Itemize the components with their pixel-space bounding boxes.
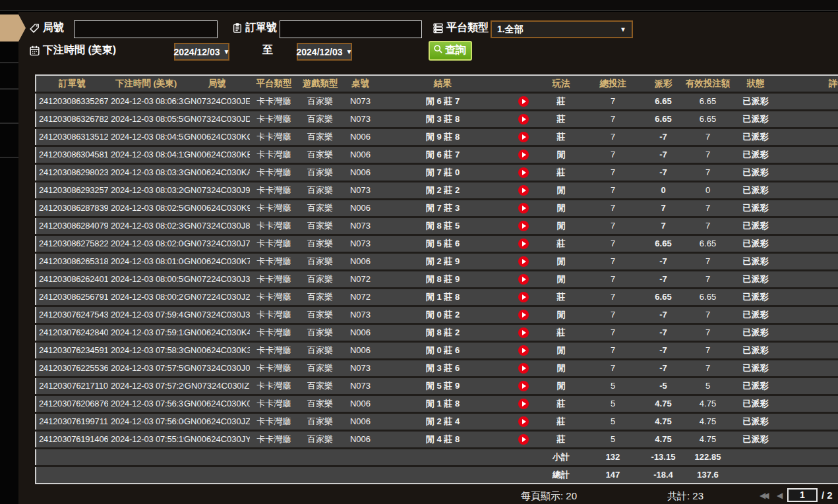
platform-type-value: 1.全部 xyxy=(497,24,524,36)
table-row: 2412030762171102024-12-03 07:57:20GN0732… xyxy=(36,377,838,395)
cell-order: 241203086256791 xyxy=(36,288,108,306)
cell-replay xyxy=(507,306,540,323)
replay-play-icon[interactable] xyxy=(518,238,529,249)
cell-payout: 6.65 xyxy=(643,92,683,110)
cell-status: 已派彩 xyxy=(733,430,779,448)
replay-play-icon[interactable] xyxy=(518,256,529,267)
cell-status: 已派彩 xyxy=(733,306,779,323)
cell-total_bet: 5 xyxy=(582,430,643,448)
cell-game_type: 百家樂 xyxy=(298,128,342,146)
cell-round: GN00624C030K7 xyxy=(184,252,250,270)
replay-play-icon[interactable] xyxy=(518,114,529,125)
cell-order: 241203076242840 xyxy=(36,323,108,341)
cell-status: 已派彩 xyxy=(733,146,779,163)
round-number-input[interactable] xyxy=(74,20,218,38)
cell-total_bet: 7 xyxy=(582,306,643,323)
prev-page-icon[interactable]: ◀ xyxy=(777,491,783,500)
platform-type-label-group: 平台類型 xyxy=(433,21,489,35)
page-number-input[interactable]: 1 xyxy=(787,488,818,502)
cell-total_bet: 7 xyxy=(582,110,643,128)
sidebar-segment[interactable] xyxy=(0,90,18,124)
replay-play-icon[interactable] xyxy=(518,132,529,142)
cell-total_bet: 7 xyxy=(582,146,643,163)
replay-play-icon[interactable] xyxy=(518,292,529,302)
cell-table_no: N006 xyxy=(342,128,378,146)
page-count-suffix: / 2 xyxy=(822,490,833,501)
replay-play-icon[interactable] xyxy=(518,185,529,196)
replay-play-icon[interactable] xyxy=(518,167,529,178)
cell-game_type: 百家樂 xyxy=(298,412,342,430)
cell-order: 241203086304581 xyxy=(36,146,108,163)
cell-replay xyxy=(507,395,540,412)
cell-replay xyxy=(507,288,540,306)
sidebar-segment[interactable] xyxy=(0,63,18,90)
cell-valid_bet: 6.65 xyxy=(683,92,733,110)
cell-time: 2024-12-03 08:02:56 xyxy=(108,199,184,217)
search-button[interactable]: 查詢 xyxy=(429,41,472,61)
date-to-picker[interactable]: 2024/12/03 ▼ xyxy=(297,43,352,61)
cell-extra xyxy=(779,146,838,163)
cell-replay xyxy=(507,430,540,448)
cell-status: 已派彩 xyxy=(733,341,779,359)
grand-total-valid_bet: 137.6 xyxy=(683,466,733,484)
replay-play-icon[interactable] xyxy=(518,221,529,231)
round-number-label: 局號 xyxy=(43,21,64,35)
cell-play: 閒 xyxy=(540,377,582,395)
cell-round: GN07324C030J3 xyxy=(184,306,250,323)
column-header: 派彩 xyxy=(643,75,683,92)
empty-cell xyxy=(779,466,838,484)
grand-total-total_bet: 147 xyxy=(582,466,643,484)
cell-result: 閒 8 莊 2 xyxy=(378,323,507,341)
cell-play: 莊 xyxy=(540,288,582,306)
table-row: 2412030762428402024-12-03 07:59:18GN0062… xyxy=(36,323,838,341)
order-number-input[interactable] xyxy=(280,20,422,38)
cell-result: 閒 9 莊 8 xyxy=(378,128,507,146)
cell-payout: -7 xyxy=(643,306,683,323)
replay-play-icon[interactable] xyxy=(518,345,529,356)
replay-play-icon[interactable] xyxy=(518,399,529,409)
cell-extra xyxy=(779,270,838,288)
cell-table_no: N006 xyxy=(342,252,378,270)
replay-play-icon[interactable] xyxy=(518,327,529,338)
cell-play: 莊 xyxy=(540,128,582,146)
replay-play-icon[interactable] xyxy=(518,434,529,445)
column-header: 結果 xyxy=(378,75,507,92)
platform-type-select[interactable]: 1.全部 ▼ xyxy=(491,20,633,38)
cell-platform: 卡卡灣廳 xyxy=(250,163,298,181)
cell-status: 已派彩 xyxy=(733,412,779,430)
cell-valid_bet: 6.65 xyxy=(683,235,733,252)
replay-play-icon[interactable] xyxy=(518,203,529,213)
replay-play-icon[interactable] xyxy=(518,381,529,391)
sidebar-segment[interactable] xyxy=(0,124,18,158)
cell-result: 閒 0 莊 6 xyxy=(378,341,507,359)
cell-platform: 卡卡灣廳 xyxy=(250,110,298,128)
top-bar xyxy=(0,0,838,11)
first-page-icon[interactable]: ◀◀ xyxy=(760,491,766,500)
cell-result: 閒 1 莊 8 xyxy=(378,288,507,306)
cell-status: 已派彩 xyxy=(733,199,779,217)
replay-play-icon[interactable] xyxy=(518,274,529,285)
replay-play-icon[interactable] xyxy=(518,150,529,160)
cell-game_type: 百家樂 xyxy=(298,395,342,412)
date-from-picker[interactable]: 2024/12/03 ▼ xyxy=(174,43,229,61)
cell-status: 已派彩 xyxy=(733,217,779,235)
cell-extra xyxy=(779,217,838,235)
cell-total_bet: 7 xyxy=(582,92,643,110)
column-header: 訂單號 xyxy=(36,75,108,92)
cell-result: 閒 6 莊 7 xyxy=(378,146,507,163)
cell-replay xyxy=(507,252,540,270)
replay-play-icon[interactable] xyxy=(518,416,529,427)
cell-replay xyxy=(507,92,540,110)
table-row: 2412030862567912024-12-03 08:00:27GN0722… xyxy=(36,288,838,306)
replay-play-icon[interactable] xyxy=(518,310,529,320)
replay-play-icon[interactable] xyxy=(518,96,529,107)
cell-game_type: 百家樂 xyxy=(298,163,342,181)
replay-play-icon[interactable] xyxy=(518,363,529,374)
cell-time: 2024-12-03 08:05:55 xyxy=(108,110,184,128)
cell-platform: 卡卡灣廳 xyxy=(250,288,298,306)
cell-table_no: N072 xyxy=(342,270,378,288)
cell-platform: 卡卡灣廳 xyxy=(250,181,298,199)
cell-time: 2024-12-03 08:00:55 xyxy=(108,270,184,288)
cell-valid_bet: 7 xyxy=(683,306,733,323)
cell-table_no: N006 xyxy=(342,395,378,412)
